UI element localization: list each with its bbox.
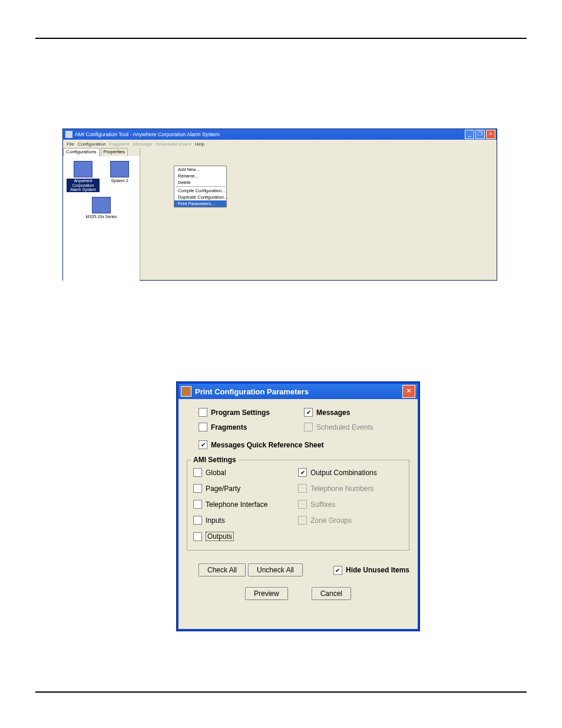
label-fragments: Fragments <box>211 423 247 431</box>
check-outputs[interactable] <box>193 532 202 541</box>
preview-button[interactable]: Preview <box>245 587 288 600</box>
dialog-titlebar: Print Configuration Parameters × <box>178 384 418 399</box>
ami-settings-group: AMI Settings Global Page/Party <box>187 460 409 551</box>
dialog-icon <box>181 386 191 397</box>
check-messages-quick-ref[interactable] <box>199 440 207 449</box>
maximize-button[interactable]: ❐ <box>475 130 485 139</box>
config-glyph-icon <box>74 161 92 177</box>
app-window: AMI Configuration Tool - Anywhere Corpor… <box>62 129 497 281</box>
menu-message: Message <box>133 141 152 147</box>
app-icon <box>65 131 72 138</box>
label-telephone-numbers: Telephone Numbers <box>310 485 373 493</box>
config-icon-selected[interactable]: Anywhere Corporation Alarm System <box>67 161 100 192</box>
app-titlebar: AMI Configuration Tool - Anywhere Corpor… <box>63 129 497 140</box>
check-global[interactable] <box>193 468 202 477</box>
uncheck-all-button[interactable]: Uncheck All <box>248 564 303 577</box>
check-program-settings[interactable] <box>199 408 207 417</box>
label-global: Global <box>206 469 226 477</box>
menu-file[interactable]: File <box>67 141 74 147</box>
check-hide-unused[interactable] <box>333 566 342 575</box>
label-page-party: Page/Party <box>206 485 240 493</box>
dialog-title: Print Configuration Parameters <box>195 387 309 396</box>
minimize-button[interactable]: _ <box>465 130 474 139</box>
check-scheduled-events <box>304 423 313 431</box>
label-outputs: Outputs <box>206 532 234 541</box>
check-inputs[interactable] <box>193 516 202 525</box>
label-scheduled-events: Scheduled Events <box>316 423 373 431</box>
check-telephone-interface[interactable] <box>193 500 202 509</box>
label-program-settings: Program Settings <box>211 409 270 417</box>
check-suffixes <box>298 500 307 509</box>
bottom-rule <box>35 691 527 693</box>
config-icon-3[interactable]: M105-10x Series <box>85 197 118 219</box>
sidebar: Configurations Properties Anywhere Corpo… <box>63 148 140 280</box>
check-output-combinations[interactable] <box>298 468 307 477</box>
label-zone-groups: Zone Groups <box>310 516 352 525</box>
label-hide-unused: Hide Unused Items <box>346 566 409 574</box>
label-messages-quick-ref: Messages Quick Reference Sheet <box>211 441 323 449</box>
context-menu: Add New… Rename… Delete Compile Configur… <box>174 166 227 207</box>
ctx-print-parameters[interactable]: Print Parameters… <box>174 200 226 207</box>
ctx-separator <box>176 186 225 187</box>
config-glyph-icon <box>92 197 111 213</box>
check-telephone-numbers <box>298 484 307 493</box>
check-all-button[interactable]: Check All <box>199 564 246 577</box>
config-label: M105-10x Series <box>86 215 117 219</box>
menu-fragment: Fragment <box>109 141 129 147</box>
label-output-combinations: Output Combinations <box>310 469 377 477</box>
cancel-button[interactable]: Cancel <box>312 587 351 600</box>
ctx-delete[interactable]: Delete <box>174 179 226 186</box>
print-config-dialog: Print Configuration Parameters × Program… <box>177 382 419 631</box>
check-messages[interactable] <box>304 408 313 417</box>
label-messages: Messages <box>316 409 350 417</box>
config-glyph-icon <box>110 161 129 177</box>
tab-configurations[interactable]: Configurations <box>63 148 100 156</box>
dialog-close-button[interactable]: × <box>402 385 415 398</box>
app-title: AMI Configuration Tool - Anywhere Corpor… <box>75 131 220 137</box>
label-suffixes: Suffixes <box>310 500 335 509</box>
check-zone-groups <box>298 516 307 525</box>
menu-scheduled-event: Scheduled Event <box>156 141 191 147</box>
group-title: AMI Settings <box>191 456 239 464</box>
menu-bar: File Configuration Fragment Message Sche… <box>63 140 497 148</box>
ctx-duplicate[interactable]: Duplicate Configuration… <box>174 194 226 200</box>
menu-configuration[interactable]: Configuration <box>78 141 106 147</box>
check-page-party[interactable] <box>193 484 202 493</box>
menu-help[interactable]: Help <box>195 141 204 147</box>
label-inputs: Inputs <box>206 516 225 525</box>
check-fragments[interactable] <box>199 423 207 431</box>
ctx-add-new[interactable]: Add New… <box>174 166 226 173</box>
config-label: System 2 <box>111 179 128 183</box>
config-label: Anywhere Corporation Alarm System <box>67 179 100 192</box>
top-rule <box>35 38 527 39</box>
config-icon-2[interactable]: System 2 <box>103 161 136 183</box>
ctx-rename[interactable]: Rename… <box>174 173 226 179</box>
close-button[interactable]: × <box>486 130 495 139</box>
label-telephone-interface: Telephone Interface <box>206 500 267 509</box>
ctx-compile[interactable]: Compile Configuration… <box>174 187 226 194</box>
tab-properties[interactable]: Properties <box>101 148 128 156</box>
